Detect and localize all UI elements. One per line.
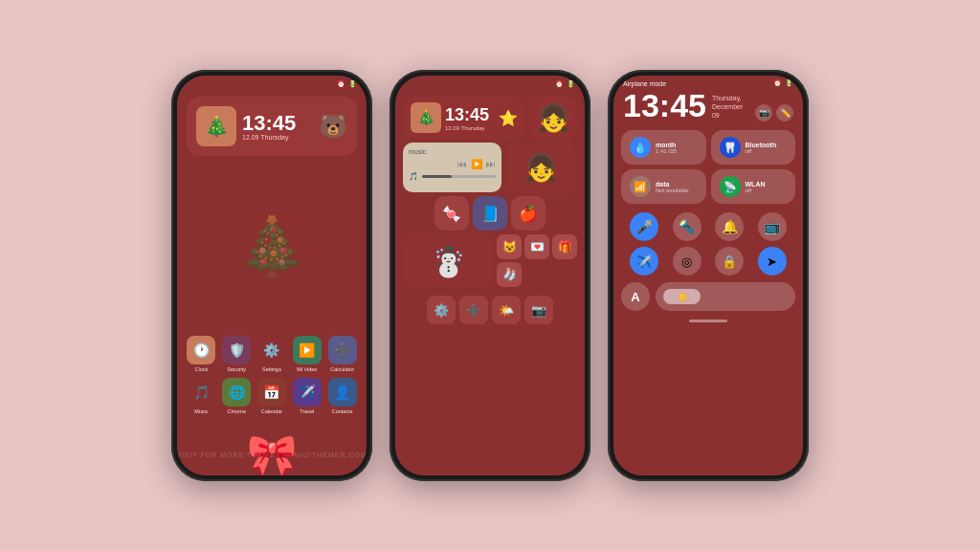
- next-icon[interactable]: ⏭: [486, 159, 496, 169]
- cc-top-bar: Airplane mode ⏰ 🔋: [613, 76, 803, 87]
- battery-icon: 🔋: [348, 80, 357, 88]
- cc-date-line2: 09: [712, 111, 749, 120]
- mini-icon-4[interactable]: 🧦: [497, 262, 522, 287]
- cc-quick-row-1: 🎤 🔦 🔔 📺: [613, 209, 803, 245]
- theme-app[interactable]: 🍬: [434, 196, 469, 231]
- bottom-dock: ⚙️ ➕ 🌤️ 📷: [397, 292, 583, 328]
- app-contacts[interactable]: 👤 Contacts: [327, 378, 357, 414]
- mini-icon-3[interactable]: 🎁: [552, 234, 577, 259]
- small-icon-row-2: 🧦: [497, 262, 577, 287]
- auto-brightness-btn[interactable]: A: [621, 282, 650, 311]
- mobile-data-text: data Not available: [656, 181, 689, 193]
- date-display: 12.09 Thursday: [242, 134, 313, 141]
- phone-3-screen: Airplane mode ⏰ 🔋 13:45 Thursday, Decemb…: [613, 76, 803, 475]
- status-bar-2: ⏰ 🔋: [395, 76, 585, 93]
- avatar-widget: 🎄: [196, 106, 236, 146]
- bluetooth-sub: off: [746, 148, 777, 154]
- cc-time-row: 13:45 Thursday, December 09 📷 ✏️: [613, 87, 803, 125]
- mivideo-app-label: Mi Video: [297, 366, 317, 372]
- cc-card-wlan[interactable]: 📡 WLAN off: [711, 169, 796, 204]
- music-controls: ⏮ ▶️ ⏭: [409, 159, 496, 169]
- phone-3: Airplane mode ⏰ 🔋 13:45 Thursday, Decemb…: [608, 70, 809, 481]
- battery-icon-3: 🔋: [785, 79, 793, 87]
- cc-top-action-icons: 📷 ✏️: [755, 104, 793, 121]
- bell-btn[interactable]: 🔔: [715, 212, 744, 241]
- small-icon-row-1: 😺 💌 🎁: [497, 234, 577, 259]
- airplane-btn[interactable]: ✈️: [630, 247, 658, 276]
- lock-btn[interactable]: 🔒: [715, 247, 744, 276]
- status-icons-1: ⏰ 🔋: [337, 80, 357, 88]
- cc-quick-row-2: ✈️ ◎ 🔒 ➤: [613, 245, 803, 277]
- phone-2: ⏰ 🔋 🎄 13:45 12.09 Thursday ⭐ 👧: [390, 70, 590, 481]
- mobile-data-sub: Not available: [656, 187, 689, 193]
- edit-icon-cc[interactable]: ✏️: [776, 104, 793, 121]
- app-calendar[interactable]: 📅 Calendar: [257, 378, 287, 414]
- location-btn[interactable]: ➤: [758, 247, 787, 276]
- screen-mirror-btn[interactable]: 📺: [758, 212, 787, 241]
- cc-date-line1: Thursday, December: [712, 94, 749, 111]
- bluetooth-title: Bluetooth: [746, 142, 777, 148]
- alarm-icon: ⏰: [337, 80, 345, 88]
- countdown-app[interactable]: 🍎: [511, 196, 546, 231]
- app-chrome[interactable]: 🌐 Chrome: [222, 378, 252, 414]
- phone-2-screen: ⏰ 🔋 🎄 13:45 12.09 Thursday ⭐ 👧: [395, 76, 585, 475]
- cc-card-bluetooth[interactable]: 🦷 Bluetooth off: [711, 130, 796, 165]
- setup-icon[interactable]: ⚙️: [427, 296, 456, 324]
- calculator-dock-icon[interactable]: ➕: [459, 296, 488, 324]
- music-app-label: Music: [194, 408, 208, 414]
- music-widget-row: music ⏮ ▶️ ⏭ 🎵 👧: [397, 143, 583, 196]
- data-usage-icon: 💧: [630, 137, 651, 158]
- facebook-app[interactable]: 📘: [473, 196, 507, 231]
- cc-cards-grid: 💧 month 1.41 GB 🦷 Bluetooth off: [613, 125, 803, 209]
- calendar-app-label: Calendar: [261, 408, 282, 414]
- travel-app-icon: ✈️: [293, 378, 322, 407]
- wlan-text: WLAN off: [746, 181, 766, 193]
- app-travel[interactable]: ✈️ Travel: [292, 378, 322, 414]
- mini-icon-1[interactable]: 😺: [497, 234, 522, 259]
- app-grid-row2: 🎵 Music 🌐 Chrome 📅 Calendar ✈️ Travel 👤: [177, 378, 367, 418]
- clock-app-icon: 🕐: [187, 336, 215, 364]
- char2-widget: 👧: [505, 143, 577, 192]
- app-settings[interactable]: ⚙️ Settings: [257, 336, 287, 372]
- brightness-bar[interactable]: ☀️: [656, 282, 795, 311]
- microphone-btn[interactable]: 🎤: [630, 212, 658, 241]
- app-security[interactable]: 🛡️ Security: [222, 336, 252, 372]
- camera-dock-icon[interactable]: 📷: [524, 296, 553, 324]
- calculator-app-icon: ➕: [328, 336, 357, 364]
- play-icon[interactable]: ▶️: [471, 159, 482, 169]
- nfc-btn[interactable]: ◎: [673, 247, 702, 276]
- calendar-app-icon: 📅: [257, 378, 286, 407]
- snowman-widget: ☃️: [403, 234, 493, 288]
- camera-icon-cc[interactable]: 📷: [755, 104, 772, 121]
- cc-time-display: 13:45: [623, 89, 706, 121]
- bottom-character-area: 🎀: [177, 418, 367, 475]
- clock-text-2: 13:45 12.09 Thursday: [445, 105, 489, 131]
- time-display: 13:45: [242, 113, 313, 134]
- star-icon: ⭐: [499, 109, 518, 127]
- flashlight-btn[interactable]: 🔦: [673, 212, 702, 241]
- battery-icon-2: 🔋: [567, 80, 575, 88]
- prev-icon[interactable]: ⏮: [457, 159, 467, 169]
- small-icons-grid: 😺 💌 🎁 🧦: [497, 234, 577, 288]
- app-music[interactable]: 🎵 Music: [187, 378, 216, 414]
- weather-dock-icon[interactable]: 🌤️: [492, 296, 521, 324]
- alarm-icon-2: ⏰: [555, 80, 564, 88]
- data-usage-text: month 1.41 GB: [656, 142, 677, 154]
- chrome-app-icon: 🌐: [222, 378, 251, 407]
- cc-card-mobile-data[interactable]: 📶 data Not available: [621, 169, 706, 204]
- app-clock[interactable]: 🕐 Clock: [187, 336, 216, 372]
- phone-1-screen: ⏰ 🔋 🎄 13:45 12.09 Thursday 🐻 🎄 🕐 Clo: [177, 76, 367, 475]
- app-calculator[interactable]: ➕ Calculator: [327, 336, 357, 372]
- progress-bar: [422, 175, 496, 178]
- cc-card-data[interactable]: 💧 month 1.41 GB: [621, 130, 706, 165]
- app-mivideo[interactable]: ▶️ Mi Video: [292, 336, 322, 372]
- music-title: music: [409, 148, 496, 155]
- alarm-icon-3: ⏰: [773, 79, 782, 87]
- mini-icon-2[interactable]: 💌: [524, 234, 549, 259]
- phone-1: ⏰ 🔋 🎄 13:45 12.09 Thursday 🐻 🎄 🕐 Clo: [171, 70, 372, 481]
- wlan-sub: off: [746, 187, 766, 193]
- bluetooth-icon: 🦷: [720, 137, 741, 158]
- wlan-icon: 📡: [720, 176, 741, 197]
- clock-info: 13:45 12.09 Thursday: [242, 113, 313, 141]
- contacts-app-icon: 👤: [328, 378, 357, 407]
